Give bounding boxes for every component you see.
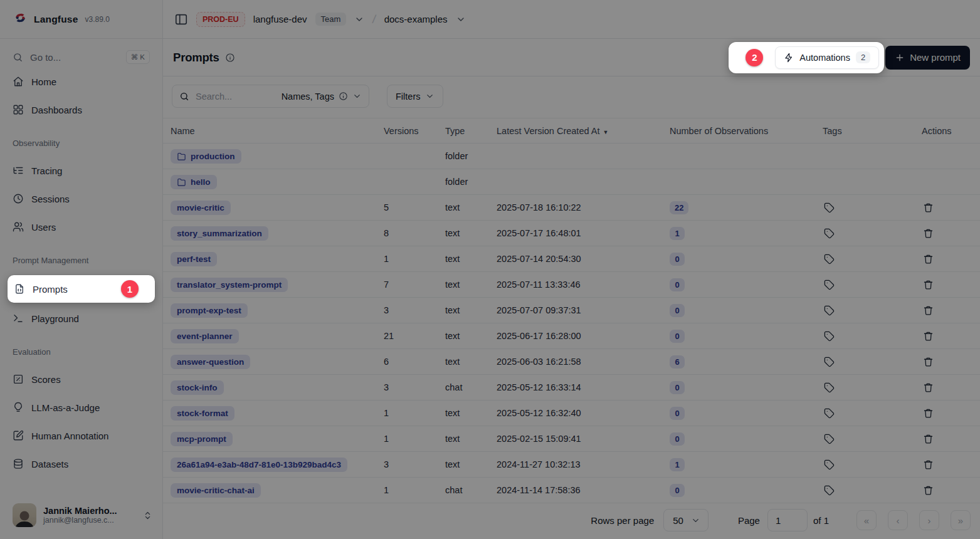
prompts-table: NameVersionsTypeLatest Version Created A… — [163, 118, 980, 503]
info-icon — [339, 92, 348, 101]
search-icon — [179, 92, 189, 102]
sidebar-item-home[interactable]: Home — [8, 69, 155, 94]
column-header-latest-version-created-at[interactable]: Latest Version Created At▼ — [497, 126, 608, 136]
folder-name-badge[interactable]: production — [171, 149, 241, 164]
tag-icon[interactable] — [823, 432, 836, 446]
tags-cell — [823, 407, 836, 420]
tag-icon[interactable] — [823, 458, 836, 471]
tag-icon[interactable] — [823, 355, 836, 369]
goto-search[interactable]: Go to... ⌘ K — [8, 45, 155, 69]
llm-judge-icon — [13, 402, 24, 413]
tag-icon[interactable] — [823, 484, 836, 497]
column-header-versions[interactable]: Versions — [384, 126, 419, 136]
next-page-button[interactable]: › — [919, 510, 939, 530]
observations-cell: 0 — [670, 304, 685, 317]
tag-icon[interactable] — [823, 330, 836, 343]
sidebar-item-label: Users — [31, 222, 56, 233]
human-annotation-icon — [13, 430, 24, 441]
delete-prompt-button[interactable] — [922, 381, 935, 394]
folder-name-badge[interactable]: hello — [171, 175, 217, 189]
actions-cell — [922, 355, 935, 369]
observations-count-badge: 0 — [670, 407, 685, 420]
org-chevron-down-icon[interactable] — [354, 14, 364, 24]
tag-icon[interactable] — [823, 201, 836, 214]
sidebar-item-dashboards[interactable]: Dashboards — [8, 97, 155, 122]
project-chevron-down-icon[interactable] — [456, 14, 466, 24]
environment-badge: PROD-EU — [196, 12, 245, 27]
sidebar-item-scores[interactable]: Scores — [8, 367, 155, 392]
versions-cell: 3 — [384, 305, 389, 315]
tag-icon[interactable] — [823, 407, 836, 420]
prompt-name: perf-test — [177, 254, 211, 264]
prompt-name-badge[interactable]: story_summarization — [171, 226, 268, 241]
search-input[interactable] — [196, 92, 275, 102]
sidebar-item-datasets[interactable]: Datasets — [8, 451, 155, 476]
table-body: productionfolderhellofoldermovie-critic5… — [163, 144, 980, 503]
column-header-actions[interactable]: Actions — [922, 126, 952, 136]
langfuse-logo-icon — [13, 11, 28, 27]
sidebar-item-label: Datasets — [31, 459, 68, 469]
page-input[interactable] — [767, 509, 808, 531]
prompt-name-badge[interactable]: answer-question — [171, 355, 250, 369]
sidebar-item-label: LLM-as-a-Judge — [31, 402, 100, 413]
prompt-name-badge[interactable]: 26a61a94-e3ab-48d7-81e0-13b929bad4c3 — [171, 458, 347, 472]
delete-prompt-button[interactable] — [922, 484, 935, 497]
rows-per-page-select[interactable]: 50 — [663, 509, 709, 531]
column-header-name[interactable]: Name — [171, 126, 195, 136]
prompt-name-badge[interactable]: prompt-exp-test — [171, 303, 248, 318]
sidebar-item-label: Prompts — [33, 284, 68, 295]
page-label: Page — [738, 515, 760, 526]
delete-prompt-button[interactable] — [922, 278, 935, 291]
delete-prompt-button[interactable] — [922, 201, 935, 214]
sidebar-item-label: Scores — [31, 374, 61, 385]
tag-icon[interactable] — [823, 227, 836, 240]
sidebar-item-users[interactable]: Users — [8, 214, 155, 239]
sidebar-toggle-button[interactable] — [174, 13, 188, 26]
table-header-row: NameVersionsTypeLatest Version Created A… — [163, 118, 980, 144]
sidebar-item-tracing[interactable]: Tracing — [8, 158, 155, 183]
chevron-down-icon — [691, 516, 700, 525]
column-header-type[interactable]: Type — [445, 126, 465, 136]
prompt-name-badge[interactable]: translator_system-prompt — [171, 278, 288, 292]
prompt-name-badge[interactable]: stock-format — [171, 406, 234, 421]
sidebar-item-label: Home — [31, 76, 56, 87]
prompt-name-badge[interactable]: mcp-prompt — [171, 432, 233, 446]
delete-prompt-button[interactable] — [922, 330, 935, 343]
prompt-name-badge[interactable]: stock-info — [171, 380, 224, 395]
filters-button[interactable]: Filters — [387, 85, 443, 108]
sidebar-item-playground[interactable]: Playground — [8, 306, 155, 331]
column-header-number-of-observations[interactable]: Number of Observations — [670, 126, 768, 136]
tag-icon[interactable] — [823, 381, 836, 394]
tag-icon[interactable] — [823, 304, 836, 317]
sidebar-item-sessions[interactable]: Sessions — [8, 186, 155, 211]
prompt-name-badge[interactable]: movie-critic — [171, 201, 231, 215]
delete-prompt-button[interactable] — [922, 432, 935, 446]
project-name[interactable]: docs-examples — [384, 14, 448, 24]
delete-prompt-button[interactable] — [922, 407, 935, 420]
first-page-button[interactable]: « — [856, 510, 877, 530]
delete-prompt-button[interactable] — [922, 458, 935, 471]
prompt-name-badge[interactable]: event-planner — [171, 329, 239, 343]
sidebar-item-prompts[interactable]: Prompts1 — [8, 275, 155, 303]
automations-button[interactable]: Automations 2 — [775, 46, 879, 69]
info-icon[interactable] — [225, 53, 235, 63]
prev-page-button[interactable]: ‹ — [888, 510, 908, 530]
tag-icon[interactable] — [823, 278, 836, 291]
sidebar-item-llm-as-a-judge[interactable]: LLM-as-a-Judge — [8, 395, 155, 420]
prompt-name-badge[interactable]: movie-critic-chat-ai — [171, 483, 261, 498]
new-prompt-button[interactable]: New prompt — [885, 46, 970, 70]
sidebar-section-label: Observability — [8, 139, 155, 148]
delete-prompt-button[interactable] — [922, 304, 935, 317]
column-header-tags[interactable]: Tags — [823, 126, 842, 136]
tag-icon[interactable] — [823, 253, 836, 266]
user-menu[interactable]: Jannik Maierho... jannik@langfuse.c... — [0, 491, 162, 539]
org-name[interactable]: langfuse-dev — [253, 14, 307, 24]
sidebar-item-human-annotation[interactable]: Human Annotation — [8, 423, 155, 448]
type-cell: text — [445, 408, 460, 418]
delete-prompt-button[interactable] — [922, 355, 935, 369]
delete-prompt-button[interactable] — [922, 253, 935, 266]
last-page-button[interactable]: » — [951, 510, 971, 530]
prompt-name-badge[interactable]: perf-test — [171, 252, 217, 266]
search-scope-select[interactable]: Names, Tags — [282, 92, 362, 102]
delete-prompt-button[interactable] — [922, 227, 935, 240]
